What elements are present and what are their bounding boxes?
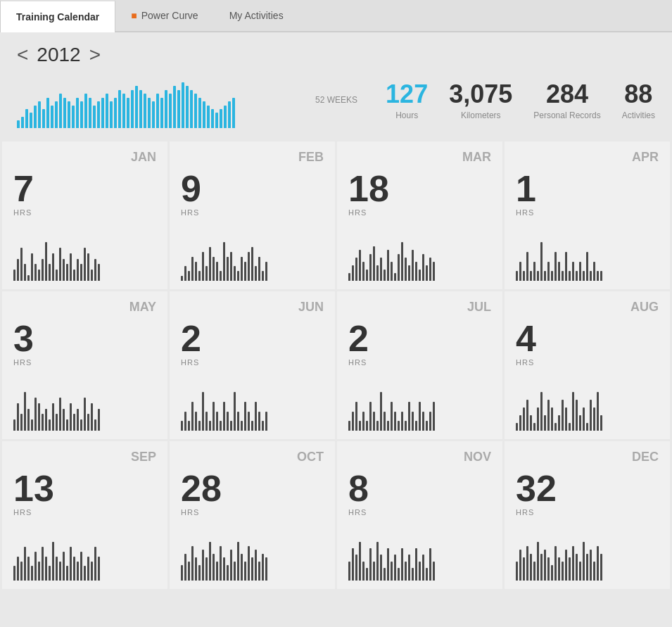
year-bar — [17, 120, 20, 128]
month-bar — [579, 262, 581, 281]
month-bar — [20, 414, 23, 431]
month-bar — [56, 270, 58, 281]
month-bar — [255, 402, 257, 431]
month-bar — [188, 562, 190, 581]
tab-my-activities[interactable]: My Activities — [214, 0, 299, 31]
month-card-may[interactable]: MAY 3 HRS — [2, 291, 167, 439]
month-bar — [569, 271, 571, 281]
stat-personal-records: 284 Personal Records — [533, 80, 600, 120]
month-bar — [562, 271, 564, 281]
prev-year-button[interactable]: < — [17, 44, 28, 66]
year-bar — [165, 90, 167, 128]
month-card-sep[interactable]: SEP 13 HRS — [2, 441, 167, 589]
month-chart — [13, 367, 156, 431]
month-bar — [13, 566, 15, 581]
year-bar — [46, 98, 49, 128]
month-bar — [91, 403, 93, 431]
month-bar — [387, 250, 389, 281]
month-hours: 2 — [348, 320, 491, 357]
month-bar — [398, 568, 400, 581]
month-card-nov[interactable]: NOV 8 HRS — [337, 441, 502, 589]
month-bar — [600, 554, 602, 581]
month-hrs-label: HRS — [13, 358, 156, 367]
month-card-jun[interactable]: JUN 2 HRS — [170, 291, 335, 439]
month-bar — [258, 257, 260, 281]
month-bar — [600, 415, 602, 431]
month-bar — [590, 550, 592, 581]
month-bar — [77, 409, 79, 431]
month-card-oct[interactable]: OCT 28 HRS — [170, 441, 335, 589]
month-bar — [234, 562, 236, 581]
month-bar — [244, 402, 246, 431]
month-hrs-label: HRS — [516, 358, 659, 367]
month-bar — [530, 271, 532, 281]
year-navigation: < 2012 > — [0, 32, 672, 72]
tab-training-calendar[interactable]: Training Calendar — [0, 0, 115, 32]
month-bar — [98, 409, 100, 431]
month-bar — [533, 423, 535, 431]
month-bar — [383, 412, 386, 431]
month-card-jul[interactable]: JUL 2 HRS — [337, 291, 502, 439]
month-bar — [251, 247, 253, 281]
month-bar — [362, 262, 364, 281]
hours-value: 127 — [386, 80, 428, 109]
year-bar — [177, 90, 180, 128]
month-bar — [213, 257, 215, 281]
month-bar — [565, 252, 567, 281]
month-name: OCT — [181, 450, 324, 464]
month-bar — [241, 554, 243, 581]
month-bar — [422, 254, 424, 281]
month-card-aug[interactable]: AUG 4 HRS — [505, 291, 670, 439]
month-card-jan[interactable]: JAN 7 HRS — [2, 141, 167, 289]
month-bar — [24, 264, 26, 281]
month-bar — [387, 421, 389, 431]
month-bar — [17, 259, 19, 281]
month-bar — [80, 419, 82, 431]
month-bar — [265, 262, 267, 281]
month-bar — [241, 421, 243, 431]
year-bar — [211, 109, 214, 128]
month-bar — [586, 423, 588, 431]
tab-power-curve[interactable]: ■ Power Curve — [115, 0, 213, 31]
month-bar — [359, 542, 361, 581]
hours-label: Hours — [386, 110, 428, 120]
month-bar — [352, 548, 354, 581]
month-bar — [362, 412, 364, 431]
year-bar — [114, 98, 117, 128]
month-bar — [237, 542, 239, 581]
month-bar — [42, 259, 44, 281]
month-bar — [426, 568, 428, 581]
month-bar — [433, 402, 435, 431]
month-bar — [237, 412, 239, 431]
month-bar — [583, 271, 585, 281]
month-card-mar[interactable]: MAR 18 HRS — [337, 141, 502, 289]
month-bar — [248, 412, 250, 431]
next-year-button[interactable]: > — [89, 44, 101, 66]
month-bar — [216, 562, 218, 581]
month-name: FEB — [181, 150, 324, 165]
month-bar — [98, 264, 100, 281]
month-bar — [98, 557, 100, 581]
month-bar — [597, 392, 599, 431]
month-bar — [562, 400, 564, 431]
month-bar — [558, 415, 560, 431]
month-bar — [244, 562, 246, 581]
month-bar — [408, 402, 410, 431]
year-bar — [169, 94, 172, 128]
month-card-dec[interactable]: DEC 32 HRS — [505, 441, 670, 589]
month-card-feb[interactable]: FEB 9 HRS — [170, 141, 335, 289]
month-bar — [405, 421, 407, 431]
month-bar — [408, 265, 410, 281]
month-bar — [216, 412, 218, 431]
year-bar — [55, 101, 58, 128]
year-bar — [63, 98, 66, 128]
month-bar — [248, 252, 250, 281]
month-bar — [579, 562, 581, 581]
month-bar — [181, 565, 183, 581]
month-bar — [227, 257, 229, 281]
month-bar — [255, 266, 257, 281]
month-bar — [359, 421, 361, 431]
month-card-apr[interactable]: APR 1 HRS — [505, 141, 670, 289]
summary-bar: 52 WEEKS 127 Hours 3,075 Kilometers 284 … — [0, 72, 672, 139]
month-chart — [516, 217, 659, 281]
